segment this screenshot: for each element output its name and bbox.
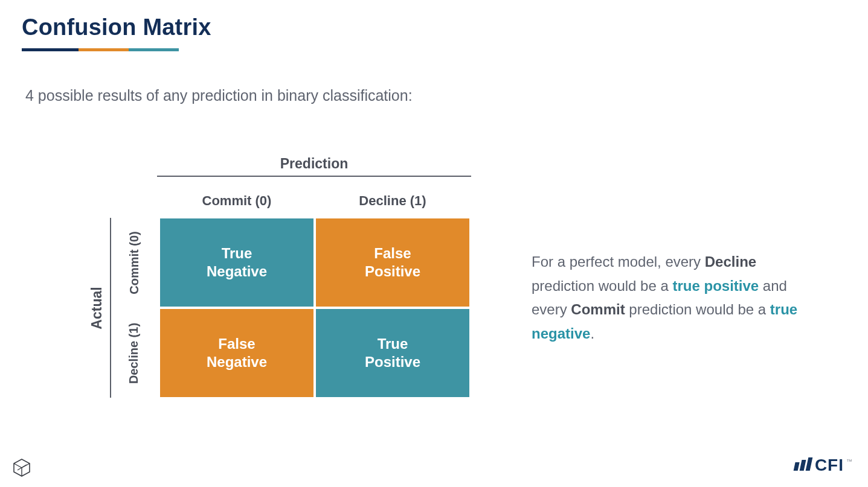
explain-t1: For a perfect model, every xyxy=(532,253,705,270)
cell-false-positive: False Positive xyxy=(315,218,470,307)
cell-true-positive: True Positive xyxy=(315,308,470,398)
row-header-decline: Decline (1) xyxy=(110,308,158,398)
col-header-commit: Commit (0) xyxy=(159,185,314,217)
cfi-logo: CFI ™ xyxy=(795,456,852,475)
cell-tp-line2: Positive xyxy=(365,353,420,371)
cell-true-negative: True Negative xyxy=(159,218,314,307)
cell-false-negative: False Negative xyxy=(159,308,314,398)
explanation-paragraph: For a perfect model, every Decline predi… xyxy=(532,250,821,345)
axis-top-rule xyxy=(157,176,471,177)
cell-fp-line2: Positive xyxy=(365,263,420,281)
row-header-decline-text: Decline (1) xyxy=(127,322,141,383)
col-header-decline: Decline (1) xyxy=(315,185,470,217)
axis-label-actual: Actual xyxy=(85,218,109,398)
cfi-logo-text: CFI xyxy=(815,456,844,475)
confusion-matrix: Prediction Actual Commit (0) Decline (1)… xyxy=(85,156,471,398)
cell-fn-line1: False xyxy=(207,335,267,353)
underline-seg-orange xyxy=(79,48,129,51)
cfi-logo-tm: ™ xyxy=(846,458,852,465)
explain-t5: . xyxy=(590,325,594,342)
cell-fn-line2: Negative xyxy=(207,353,267,371)
cell-tp-line1: True xyxy=(365,335,420,353)
explain-decline: Decline xyxy=(705,253,756,270)
underline-seg-teal xyxy=(129,48,179,51)
row-header-commit: Commit (0) xyxy=(110,218,158,307)
slide-title: Confusion Matrix xyxy=(22,14,211,40)
cube-icon xyxy=(12,458,31,477)
axis-label-actual-text: Actual xyxy=(89,287,105,329)
cell-tn-line1: True xyxy=(207,244,267,263)
explain-true-positive: true positive xyxy=(672,278,759,294)
cell-tn-line2: Negative xyxy=(207,263,267,281)
explain-t4: prediction would be a xyxy=(625,301,770,317)
explain-commit: Commit xyxy=(571,301,625,317)
cell-fp-line1: False xyxy=(365,244,420,263)
explain-t2: prediction would be a xyxy=(532,278,672,294)
cfi-logo-bars-icon xyxy=(794,457,813,471)
subtitle-text: 4 possible results of any prediction in … xyxy=(25,87,413,104)
axis-label-prediction: Prediction xyxy=(157,156,471,176)
underline-seg-navy xyxy=(22,48,79,51)
title-underline xyxy=(22,48,179,51)
row-header-commit-text: Commit (0) xyxy=(127,231,141,294)
